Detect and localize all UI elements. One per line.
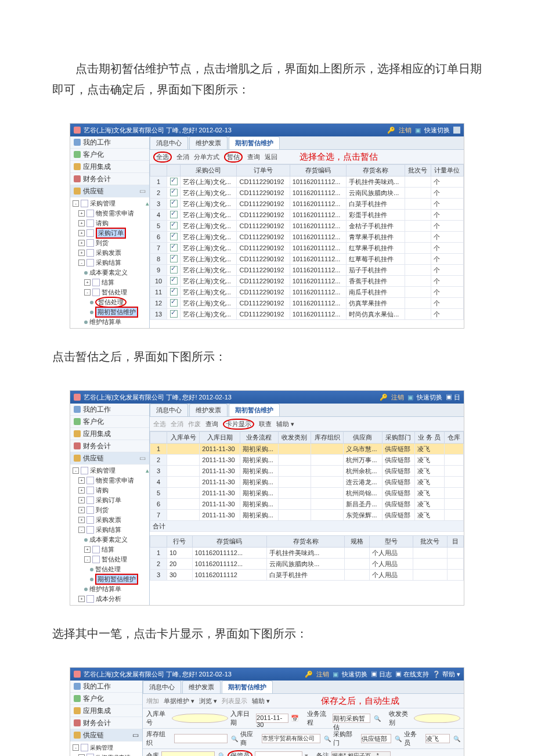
log-link[interactable]: ▣ 日 bbox=[446, 393, 460, 402]
table-row[interactable]: 110101162011112...手机挂件美味鸡...个人用品 bbox=[150, 548, 464, 559]
sidebar-client[interactable]: 客户化 bbox=[70, 693, 142, 705]
lookup-icon[interactable]: 🔍 bbox=[218, 753, 225, 756]
tab-qichu[interactable]: 期初暂估维护 bbox=[229, 136, 280, 149]
tab-invoice[interactable]: 维护发票 bbox=[182, 681, 221, 693]
btn-select-all[interactable]: 全选 bbox=[153, 152, 172, 163]
sidebar-supplychain[interactable]: 供应链▭ bbox=[70, 729, 142, 741]
tree-invoice[interactable]: +采购发票 bbox=[73, 515, 149, 525]
tree-material-req[interactable]: +物资需求申请 bbox=[73, 476, 149, 485]
btn-help[interactable]: 辅助 ▾ bbox=[252, 697, 270, 705]
switch-link[interactable]: 快速切换 bbox=[342, 670, 367, 679]
tab-qichu[interactable]: 期初暂估维护 bbox=[229, 404, 280, 416]
btn-lianc[interactable]: 联查 bbox=[259, 420, 272, 429]
tree-chengben[interactable]: +成本分析 bbox=[73, 594, 149, 604]
sidebar-mywork[interactable]: 我的工作 bbox=[70, 136, 149, 149]
tab-invoice[interactable]: 维护发票 bbox=[189, 404, 228, 416]
table-row[interactable]: 220101162011112...云南民族腊肉块...个人用品 bbox=[150, 559, 464, 570]
tree-settle[interactable]: -采购结算 bbox=[73, 525, 149, 535]
tree-material-req[interactable]: +物资需求申请 bbox=[73, 753, 142, 756]
btn-deselect-all[interactable]: 全消 bbox=[176, 153, 189, 161]
tab-msg[interactable]: 消息中心 bbox=[150, 404, 188, 416]
input-purdept[interactable]: 供应链部 bbox=[361, 734, 391, 743]
btn-single[interactable]: 单据维护 ▾ bbox=[164, 697, 194, 705]
table-row[interactable]: 42011-11-30期初采购...连云港龙...供应链部凌飞 bbox=[150, 477, 464, 488]
table-row[interactable]: 10艺谷(上海)文化...CD1112290192101162011112...… bbox=[150, 276, 464, 287]
btn-void[interactable]: 作废 bbox=[188, 420, 201, 429]
sidebar-finance[interactable]: 财务会计 bbox=[70, 440, 149, 452]
table-row[interactable]: 11艺谷(上海)文化...CD1112290192101162011112...… bbox=[150, 287, 464, 298]
table-row[interactable]: 13艺谷(上海)文化...CD1112290192101162011112...… bbox=[150, 309, 464, 320]
logout-link[interactable]: 注销 bbox=[391, 393, 404, 402]
sidebar-mywork[interactable]: 我的工作 bbox=[70, 681, 142, 693]
lookup-icon[interactable]: 🔍 bbox=[453, 736, 460, 742]
input-rkno[interactable] bbox=[172, 714, 229, 723]
btn-help[interactable]: 辅助 ▾ bbox=[276, 420, 294, 429]
tree-invoice[interactable]: +采购发票 bbox=[73, 248, 149, 258]
input-rkdate[interactable]: 2011-11-30 bbox=[256, 714, 288, 723]
tab-msg[interactable]: 消息中心 bbox=[143, 681, 181, 693]
calendar-icon[interactable]: 📅 bbox=[291, 715, 299, 722]
tree-qichu[interactable]: 期初暂估维护 bbox=[73, 307, 149, 317]
tree-purchase-mgmt[interactable]: -采购管理 bbox=[73, 743, 142, 753]
table-row[interactable]: 22011-11-30期初采购...杭州万事...供应链部凌飞 bbox=[150, 455, 464, 466]
table-row[interactable]: 8艺谷(上海)文化...CD1112290192101162011112...红… bbox=[150, 254, 464, 265]
btn-card-view[interactable]: 卡片显示 bbox=[223, 419, 254, 430]
tab-qichu[interactable]: 期初暂估维护 bbox=[222, 681, 273, 693]
tree-weihu-js[interactable]: 维护结算单 bbox=[73, 317, 149, 327]
tree-arrive[interactable]: +到货 bbox=[73, 505, 149, 515]
btn-back[interactable]: 返回 bbox=[265, 153, 277, 161]
table-row[interactable]: 9艺谷(上海)文化...CD1112290192101162011112...茄… bbox=[150, 265, 464, 276]
tree-material-req[interactable]: +物资需求申请 bbox=[73, 208, 149, 218]
logout-link[interactable]: 注销 bbox=[399, 126, 412, 135]
lookup-icon[interactable]: 🔍 bbox=[324, 736, 331, 742]
btn-list[interactable]: 列表显示 bbox=[222, 697, 247, 705]
tree-zg-handle[interactable]: -暂估处理 bbox=[73, 287, 149, 297]
table-row[interactable]: 12011-11-30期初采购...义乌市慧...供应链部凌飞 bbox=[150, 444, 464, 455]
input-stockorg[interactable] bbox=[174, 734, 228, 743]
dropdown-icon[interactable]: ▾ bbox=[305, 752, 308, 756]
lookup-icon[interactable]: 🔍 bbox=[374, 715, 381, 722]
sidebar-finance[interactable]: 财务会计 bbox=[70, 717, 142, 729]
input-buyer[interactable]: 凌飞 bbox=[425, 734, 450, 743]
input-flow[interactable]: 期初采购暂估 bbox=[333, 714, 370, 723]
input-rectype[interactable] bbox=[414, 714, 460, 723]
tree-arrive[interactable]: +到货 bbox=[73, 238, 149, 248]
tree-cost-def[interactable]: 成本要素定义 bbox=[73, 535, 149, 545]
online-link[interactable]: ▣ 在线支持 bbox=[395, 670, 429, 679]
tree-zg-handle[interactable]: -暂估处理 bbox=[73, 555, 149, 564]
table-row[interactable]: 52011-11-30期初采购...杭州尚锦...供应链部凌飞 bbox=[150, 488, 464, 499]
lookup-icon[interactable]: 🔍 bbox=[231, 736, 238, 742]
table-row[interactable]: 62011-11-30期初采购...新昌圣丹...供应链部凌飞 bbox=[150, 499, 464, 510]
sidebar-integration[interactable]: 应用集成 bbox=[70, 161, 149, 173]
tree-weihu-js[interactable]: 维护结算单 bbox=[73, 584, 149, 594]
tree-jiesuan[interactable]: +结算 bbox=[73, 545, 149, 555]
sidebar-client[interactable]: 客户化 bbox=[70, 416, 149, 428]
btn-select-all[interactable]: 全选 bbox=[153, 420, 166, 429]
sidebar-supplychain[interactable]: 供应链▭ bbox=[70, 452, 149, 465]
input-remark[interactable]: 据表* 相应子页。* bbox=[331, 751, 391, 757]
input-keeper[interactable] bbox=[255, 751, 302, 757]
switch-link[interactable]: 快速切换 bbox=[424, 126, 450, 135]
tree-apply[interactable]: +请购 bbox=[73, 485, 149, 495]
table-row[interactable]: 2艺谷(上海)文化...CD1112290192101162011112...云… bbox=[150, 188, 464, 199]
tree-jiesuan[interactable]: +结算 bbox=[73, 278, 149, 287]
tree-settle[interactable]: -采购结算 bbox=[73, 258, 149, 268]
tree-cost-def[interactable]: 成本要素定义 bbox=[73, 268, 149, 278]
sidebar-integration[interactable]: 应用集成 bbox=[70, 428, 149, 440]
tree-zg-handle2[interactable]: 暂估处理 bbox=[73, 297, 149, 307]
tree-purchase-order[interactable]: +采购订单 bbox=[73, 228, 149, 238]
table-row[interactable]: 5艺谷(上海)文化...CD1112290192101162011112...金… bbox=[150, 221, 464, 232]
lookup-icon[interactable]: 🔍 bbox=[395, 736, 402, 742]
sidebar-integration[interactable]: 应用集成 bbox=[70, 705, 142, 717]
input-supplier[interactable]: 市慧宇贸易有限公司 bbox=[262, 734, 321, 743]
btn-query[interactable]: 查询 bbox=[247, 153, 260, 161]
table-row[interactable]: 6艺谷(上海)文化...CD1112290192101162011112...青… bbox=[150, 232, 464, 243]
table-row[interactable]: 1艺谷(上海)文化...CD1112290192101162011112...手… bbox=[150, 177, 464, 188]
table-row[interactable]: 3艺谷(上海)文化...CD1112290192101162011112...白… bbox=[150, 199, 464, 210]
table-row[interactable]: 330101162011112白菜手机挂件个人用品 bbox=[150, 570, 464, 581]
tab-invoice[interactable]: 维护发票 bbox=[189, 136, 228, 149]
table-row[interactable]: 4艺谷(上海)文化...CD1112290192101162011112...彩… bbox=[150, 210, 464, 221]
log-link[interactable]: ▣ 日志 bbox=[371, 670, 392, 679]
btn-add[interactable]: 增加 bbox=[146, 697, 159, 705]
sidebar-mywork[interactable]: 我的工作 bbox=[70, 404, 149, 416]
